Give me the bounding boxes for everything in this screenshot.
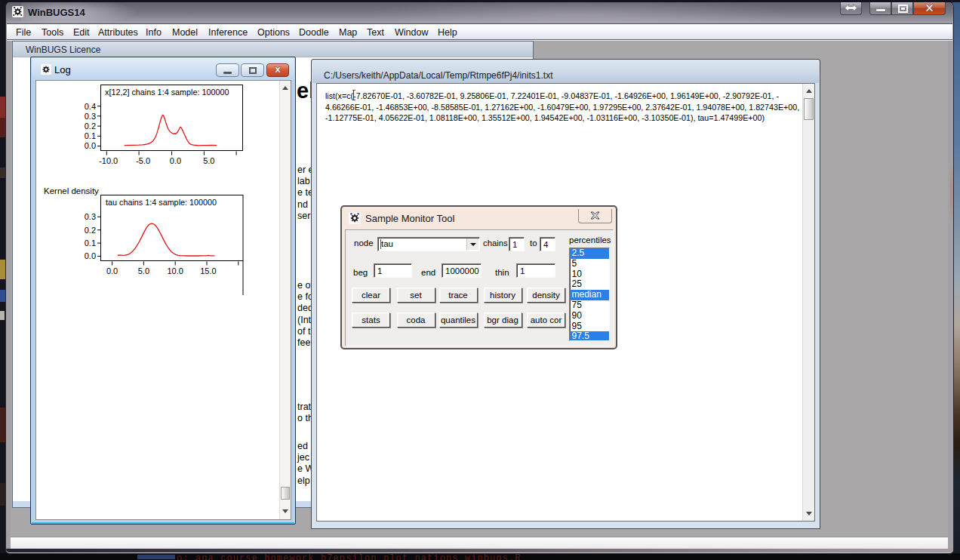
svg-text:-5.0: -5.0 bbox=[136, 156, 150, 165]
svg-text:-10.0: -10.0 bbox=[99, 156, 118, 165]
svg-text:0.0: 0.0 bbox=[170, 156, 181, 165]
svg-text:0.2: 0.2 bbox=[85, 226, 96, 235]
svg-text:0.3: 0.3 bbox=[85, 212, 96, 221]
svg-text:0.1: 0.1 bbox=[85, 238, 96, 248]
svg-text:x[12,2] chains 1:4 sample: 100: x[12,2] chains 1:4 sample: 100000 bbox=[105, 88, 229, 97]
svg-text:0.1: 0.1 bbox=[85, 131, 96, 140]
svg-text:5.0: 5.0 bbox=[203, 156, 214, 165]
svg-text:Kernel density: Kernel density bbox=[44, 186, 99, 195]
svg-text:0.0: 0.0 bbox=[85, 141, 96, 150]
svg-text:0.0: 0.0 bbox=[85, 251, 96, 260]
svg-text:15.0: 15.0 bbox=[200, 266, 216, 275]
svg-text:0.4: 0.4 bbox=[85, 102, 96, 111]
svg-text:0.0: 0.0 bbox=[106, 266, 118, 275]
svg-text:0.3: 0.3 bbox=[85, 112, 96, 121]
svg-text:0.2: 0.2 bbox=[85, 122, 96, 131]
svg-text:tau chains 1:4 sample: 100000: tau chains 1:4 sample: 100000 bbox=[106, 198, 217, 207]
svg-text:10.0: 10.0 bbox=[167, 266, 183, 275]
svg-text:5.0: 5.0 bbox=[138, 266, 149, 275]
